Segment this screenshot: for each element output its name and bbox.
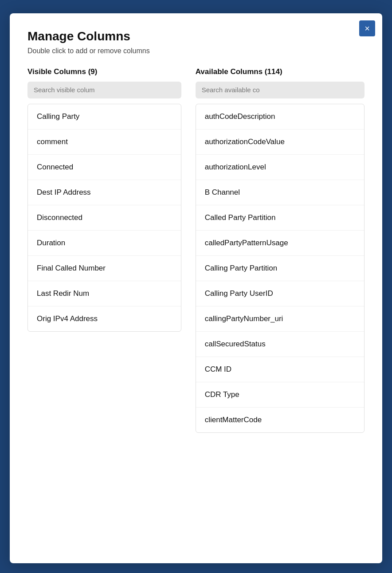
list-item[interactable]: CDR Type (196, 382, 364, 408)
list-item[interactable]: Disconnected (28, 205, 181, 231)
visible-search-wrapper[interactable] (27, 82, 181, 98)
list-item[interactable]: clientMatterCode (196, 408, 364, 432)
visible-columns-section: Visible Columns (9) Calling Partycomment… (27, 67, 181, 332)
list-item[interactable]: Calling Party (28, 104, 181, 130)
list-item[interactable]: B Channel (196, 180, 364, 205)
background-overlay: × Manage Columns Double click to add or … (0, 0, 392, 573)
visible-search-input[interactable] (34, 86, 175, 94)
list-item[interactable]: Duration (28, 231, 181, 256)
list-item[interactable]: Calling Party Partition (196, 256, 364, 281)
list-item[interactable]: authorizationCodeValue (196, 130, 364, 155)
list-item[interactable]: Called Party Partition (196, 205, 364, 231)
list-item[interactable]: callingPartyNumber_uri (196, 306, 364, 332)
list-item[interactable]: Final Called Number (28, 256, 181, 281)
available-search-input[interactable] (202, 86, 358, 94)
modal-title: Manage Columns (27, 29, 365, 43)
list-item[interactable]: calledPartyPatternUsage (196, 231, 364, 256)
list-item[interactable]: Orig IPv4 Address (28, 306, 181, 331)
list-item[interactable]: authorizationLevel (196, 155, 364, 180)
list-item[interactable]: Dest IP Address (28, 180, 181, 205)
list-item[interactable]: Connected (28, 155, 181, 180)
list-item[interactable]: CCM ID (196, 357, 364, 382)
columns-container: Visible Columns (9) Calling Partycomment… (27, 67, 365, 433)
visible-columns-header: Visible Columns (9) (27, 67, 181, 76)
close-button[interactable]: × (359, 20, 375, 36)
manage-columns-modal: × Manage Columns Double click to add or … (10, 13, 382, 563)
available-columns-header: Available Columns (114) (196, 67, 365, 76)
list-item[interactable]: Last Redir Num (28, 281, 181, 306)
list-item[interactable]: callSecuredStatus (196, 332, 364, 357)
modal-subtitle: Double click to add or remove columns (27, 47, 365, 55)
list-item[interactable]: Calling Party UserID (196, 281, 364, 306)
available-columns-list: authCodeDescriptionauthorizationCodeValu… (196, 104, 365, 433)
available-columns-section: Available Columns (114) authCodeDescript… (196, 67, 365, 433)
visible-columns-list: Calling PartycommentConnectedDest IP Add… (27, 104, 181, 332)
list-item[interactable]: authCodeDescription (196, 104, 364, 130)
available-search-wrapper[interactable] (196, 82, 365, 98)
list-item[interactable]: comment (28, 130, 181, 155)
